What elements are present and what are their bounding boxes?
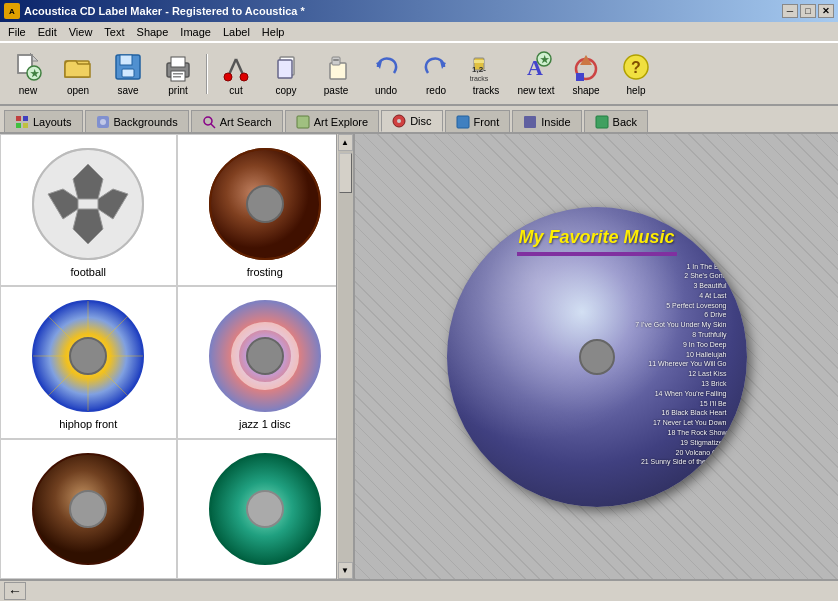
list-item[interactable] — [0, 439, 177, 579]
scrollbar: ▲ ▼ — [336, 134, 353, 579]
thumbnail-hiphop-label: hiphop front — [59, 418, 117, 430]
layouts-icon — [15, 115, 29, 129]
tracks-icon: 1,2- tracks — [470, 51, 502, 83]
menu-view[interactable]: View — [63, 24, 99, 40]
list-item[interactable]: hiphop front — [0, 286, 177, 438]
menu-help[interactable]: Help — [256, 24, 291, 40]
cd-track-item: 6 Drive — [704, 310, 726, 320]
save-label: save — [117, 85, 138, 96]
list-item[interactable] — [177, 439, 354, 579]
tab-back[interactable]: Back — [584, 110, 648, 132]
svg-point-68 — [247, 338, 283, 374]
disc-icon — [392, 114, 406, 128]
new-label: new — [19, 85, 37, 96]
back-icon — [595, 115, 609, 129]
svg-rect-26 — [474, 60, 484, 63]
window-controls[interactable]: ─ □ ✕ — [782, 4, 834, 18]
back-arrow-button[interactable]: ← — [4, 582, 26, 600]
open-icon — [62, 51, 94, 83]
cd-track-item: 9 In Too Deep — [683, 340, 726, 350]
scroll-up-button[interactable]: ▲ — [338, 134, 353, 151]
tab-layouts[interactable]: Layouts — [4, 110, 83, 132]
help-button[interactable]: ? help — [612, 46, 660, 102]
preview-panel: My Favorite Music 1 In The End2 She's Go… — [355, 134, 838, 579]
tab-art-explore[interactable]: Art Explore — [285, 110, 379, 132]
svg-rect-7 — [120, 55, 132, 65]
copy-button[interactable]: copy — [262, 46, 310, 102]
list-item[interactable]: football — [0, 134, 177, 286]
cd-track-item: 7 I've Got You Under My Skin — [635, 320, 726, 330]
svg-rect-45 — [297, 116, 309, 128]
status-bar: ← — [0, 579, 838, 601]
backgrounds-icon — [96, 115, 110, 129]
svg-rect-12 — [173, 73, 183, 75]
tab-art-search[interactable]: Art Search — [191, 110, 283, 132]
svg-rect-10 — [171, 57, 185, 67]
tracks-label: tracks — [473, 85, 500, 96]
svg-point-17 — [240, 73, 248, 81]
thumbnail-jazz1 — [205, 296, 325, 416]
svg-marker-24 — [440, 61, 446, 69]
cd-title: My Favorite Music — [518, 227, 674, 248]
cd-track-item: 19 Stigmatized — [680, 438, 726, 448]
toolbar: ★ new open save — [0, 42, 838, 106]
print-button[interactable]: print — [154, 46, 202, 102]
menu-file[interactable]: File — [2, 24, 32, 40]
tracks-button[interactable]: 1,2- tracks tracks — [462, 46, 510, 102]
save-button[interactable]: save — [104, 46, 152, 102]
tab-inside[interactable]: Inside — [512, 110, 581, 132]
undo-button[interactable]: undo — [362, 46, 410, 102]
paste-button[interactable]: paste — [312, 46, 360, 102]
shape-button[interactable]: shape — [562, 46, 610, 102]
cd-track-item: 14 When You're Falling — [655, 389, 727, 399]
svg-rect-13 — [173, 76, 181, 78]
cd-track-item: 21 Sunny Side of the Street — [641, 457, 727, 467]
cd-track-item: 2 She's Gone — [684, 271, 726, 281]
scroll-thumb[interactable] — [339, 153, 352, 193]
svg-rect-37 — [16, 116, 21, 121]
svg-point-72 — [247, 491, 283, 527]
tab-backgrounds[interactable]: Backgrounds — [85, 110, 189, 132]
svg-rect-22 — [333, 59, 339, 61]
minimize-button[interactable]: ─ — [782, 4, 798, 18]
menu-bar: File Edit View Text Shape Image Label He… — [0, 22, 838, 42]
list-item[interactable]: jazz 1 disc — [177, 286, 354, 438]
new-button[interactable]: ★ new — [4, 46, 52, 102]
svg-text:★: ★ — [540, 54, 550, 65]
open-label: open — [67, 85, 89, 96]
open-button[interactable]: open — [54, 46, 102, 102]
tab-inside-label: Inside — [541, 116, 570, 128]
svg-point-47 — [397, 119, 401, 123]
menu-edit[interactable]: Edit — [32, 24, 63, 40]
new-text-button[interactable]: A ★ new text — [512, 46, 560, 102]
tab-art-explore-label: Art Explore — [314, 116, 368, 128]
cut-button[interactable]: cut — [212, 46, 260, 102]
menu-image[interactable]: Image — [174, 24, 217, 40]
scroll-down-button[interactable]: ▼ — [338, 562, 353, 579]
thumbnail-frosting — [205, 144, 325, 264]
menu-shape[interactable]: Shape — [131, 24, 175, 40]
svg-rect-40 — [23, 123, 28, 128]
tab-backgrounds-label: Backgrounds — [114, 116, 178, 128]
close-button[interactable]: ✕ — [818, 4, 834, 18]
cd-hole — [579, 339, 615, 375]
print-icon — [162, 51, 194, 83]
paste-icon — [320, 51, 352, 83]
cd-disc[interactable]: My Favorite Music 1 In The End2 She's Go… — [447, 207, 747, 507]
svg-rect-48 — [457, 116, 469, 128]
svg-point-16 — [224, 73, 232, 81]
toolbar-separator-1 — [206, 54, 208, 94]
menu-text[interactable]: Text — [98, 24, 130, 40]
list-item[interactable]: frosting — [177, 134, 354, 286]
art-explore-icon — [296, 115, 310, 129]
menu-label[interactable]: Label — [217, 24, 256, 40]
maximize-button[interactable]: □ — [800, 4, 816, 18]
thumbnail-football-label: football — [71, 266, 106, 278]
tab-front[interactable]: Front — [445, 110, 511, 132]
redo-button[interactable]: redo — [412, 46, 460, 102]
tab-disc[interactable]: Disc — [381, 110, 442, 132]
svg-rect-50 — [596, 116, 608, 128]
tab-disc-label: Disc — [410, 115, 431, 127]
thumbnail-jazz1-label: jazz 1 disc — [239, 418, 290, 430]
cd-track-item: 20 Volcano Girls — [676, 448, 727, 458]
